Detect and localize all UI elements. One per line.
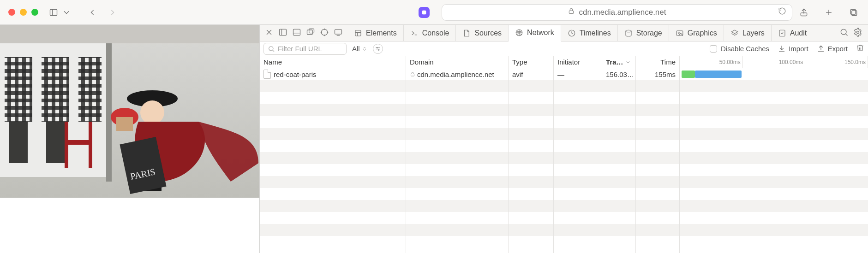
dock-left-icon[interactable]: [278, 28, 287, 39]
tab-layers[interactable]: Layers: [724, 25, 772, 41]
col-domain[interactable]: Domain: [406, 56, 509, 68]
sidebar-toggle-icon[interactable]: [48, 6, 60, 18]
import-button[interactable]: Import: [778, 45, 808, 53]
fullscreen-window-button[interactable]: [31, 9, 38, 16]
table-row: [260, 116, 868, 128]
minimize-window-button[interactable]: [20, 9, 27, 16]
filter-all-dropdown[interactable]: All: [352, 45, 367, 53]
close-devtools-icon[interactable]: [264, 28, 274, 39]
tab-storage[interactable]: Storage: [618, 25, 669, 41]
forward-button[interactable]: [107, 6, 119, 18]
tab-timelines[interactable]: Timelines: [561, 25, 618, 41]
tab-network[interactable]: Network: [509, 25, 561, 41]
svg-rect-13: [0, 25, 259, 43]
tab-overview-icon[interactable]: [848, 6, 860, 18]
disable-caches-label: Disable Caches: [721, 45, 769, 53]
file-icon: [263, 70, 271, 79]
extension-button[interactable]: [419, 7, 430, 18]
svg-rect-24: [65, 122, 68, 145]
col-initiator[interactable]: Initiator: [554, 56, 602, 68]
col-waterfall: 50.00ms 100.00ms 150.0ms: [680, 56, 868, 68]
tab-graphics-label: Graphics: [688, 29, 717, 37]
tab-network-label: Network: [527, 29, 554, 37]
close-window-button[interactable]: [8, 9, 15, 16]
svg-rect-39: [307, 30, 313, 35]
svg-point-60: [841, 29, 846, 35]
tab-audit-label: Audit: [790, 29, 807, 37]
checkbox-icon: [710, 45, 717, 53]
svg-rect-23: [89, 145, 92, 168]
svg-rect-21: [65, 140, 92, 145]
svg-rect-18: [78, 57, 102, 122]
table-row[interactable]: red-coat-pariscdn.media.amplience.netavi…: [260, 68, 868, 80]
search-icon[interactable]: [839, 28, 849, 39]
col-type[interactable]: Type: [509, 56, 554, 68]
disable-caches-checkbox[interactable]: Disable Caches: [710, 45, 769, 53]
table-row: [260, 164, 868, 176]
row-name: red-coat-paris: [274, 71, 317, 78]
responsive-mode-icon[interactable]: [334, 28, 343, 39]
table-row: [260, 152, 868, 164]
tab-storage-label: Storage: [636, 29, 662, 37]
svg-line-61: [845, 34, 847, 35]
table-row: [260, 212, 868, 224]
dock-bottom-icon[interactable]: [292, 28, 301, 39]
tab-timelines-label: Timelines: [580, 29, 611, 37]
clear-button[interactable]: [856, 44, 864, 53]
tab-layers-label: Layers: [742, 29, 765, 37]
export-button[interactable]: Export: [817, 45, 848, 53]
tab-audit[interactable]: Audit: [772, 25, 813, 41]
devtools-panel: Elements Console Sources Network Timelin…: [259, 25, 868, 253]
col-name-label: Name: [263, 58, 282, 66]
tab-console[interactable]: Console: [404, 25, 456, 41]
svg-rect-3: [569, 11, 574, 13]
back-button[interactable]: [86, 6, 98, 18]
devtools-tab-bar: Elements Console Sources Network Timelin…: [260, 25, 868, 41]
filter-options-button[interactable]: [373, 44, 383, 54]
dock-window-icon[interactable]: [306, 28, 315, 39]
svg-rect-48: [355, 30, 361, 36]
window-chrome: cdn.media.amplience.net: [0, 0, 868, 25]
sort-desc-icon: [625, 59, 631, 65]
col-transfer-label: Tra…: [606, 58, 623, 66]
sidebar-dropdown-icon[interactable]: [60, 6, 72, 18]
svg-rect-35: [280, 29, 287, 35]
svg-rect-8: [850, 9, 856, 14]
row-type: avif: [512, 71, 523, 78]
row-domain: cdn.media.amplience.net: [417, 71, 494, 78]
tab-sources[interactable]: Sources: [456, 25, 509, 41]
svg-rect-19: [9, 122, 28, 163]
network-filter-bar: Filter Full URL All Disable Caches Impor…: [260, 41, 868, 56]
wf-tick-label: 100.00ms: [779, 59, 803, 65]
filter-url-input[interactable]: Filter Full URL: [263, 43, 347, 55]
svg-rect-22: [65, 145, 68, 168]
table-row: [260, 104, 868, 116]
svg-line-64: [273, 50, 274, 51]
svg-rect-16: [5, 57, 32, 122]
svg-point-63: [269, 46, 273, 50]
row-transfer: 156.03…: [606, 71, 634, 78]
row-initiator: —: [557, 71, 564, 78]
new-tab-icon[interactable]: [823, 6, 835, 18]
svg-rect-7: [852, 10, 857, 15]
filter-all-label: All: [352, 45, 360, 53]
reload-icon[interactable]: [778, 7, 786, 18]
address-bar[interactable]: cdn.media.amplience.net: [442, 4, 792, 21]
col-transfer[interactable]: Tra…: [602, 56, 636, 68]
svg-rect-71: [411, 74, 414, 76]
svg-point-41: [321, 29, 327, 35]
col-name[interactable]: Name: [260, 56, 406, 68]
traffic-lights: [8, 9, 38, 16]
tab-console-label: Console: [422, 29, 449, 37]
svg-point-62: [857, 31, 859, 33]
svg-rect-40: [309, 29, 314, 33]
settings-icon[interactable]: [853, 28, 862, 39]
tab-graphics[interactable]: Graphics: [669, 25, 724, 41]
tab-elements-label: Elements: [366, 29, 397, 37]
import-label: Import: [789, 45, 808, 53]
inspect-element-icon[interactable]: [320, 28, 329, 39]
share-icon[interactable]: [798, 6, 810, 18]
tab-elements[interactable]: Elements: [347, 25, 404, 41]
col-time[interactable]: Time: [636, 56, 680, 68]
svg-rect-46: [335, 29, 342, 34]
